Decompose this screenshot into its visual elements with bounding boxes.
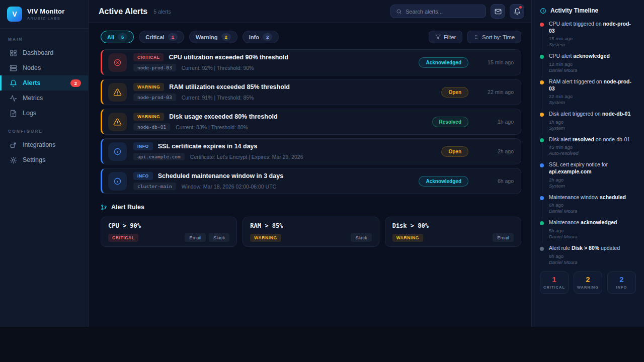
sidebar-item-nodes[interactable]: Nodes xyxy=(0,60,88,75)
tab-count-badge: 2 xyxy=(263,33,272,41)
alert-card[interactable]: WARNINGRAM utilization exceeded 85% thre… xyxy=(101,79,521,105)
main-column: Active Alerts 5 alerts All5Critical1Warn… xyxy=(89,0,531,327)
sidebar-item-dashboard[interactable]: Dashboard xyxy=(0,45,88,60)
timeline-entry: Maintenance acknowledged5h agoDaniel Mou… xyxy=(540,219,636,239)
mail-button[interactable] xyxy=(491,4,505,19)
timeline-actor: System xyxy=(549,125,636,131)
alert-detail: Current: 83% | Threshold: 80% xyxy=(176,124,248,130)
tab-count-badge: 5 xyxy=(118,33,127,41)
alert-severity-iconbox xyxy=(108,53,127,72)
status-badge[interactable]: Acknowledged xyxy=(419,57,468,68)
rule-expression: RAM > 85% xyxy=(250,222,371,229)
tab-info[interactable]: Info2 xyxy=(243,31,279,43)
sidebar-item-integrations[interactable]: Integrations xyxy=(0,137,88,152)
timeline-dot xyxy=(540,196,544,200)
alert-card[interactable]: INFOScheduled maintenance window in 3 da… xyxy=(101,168,521,194)
timeline-actor: Daniel Moura xyxy=(549,234,636,239)
page-title: Active Alerts xyxy=(99,7,147,16)
alert-card[interactable]: INFOSSL certificate expires in 14 daysap… xyxy=(101,138,521,164)
timeline-text-post: updated xyxy=(599,245,620,251)
status-badge[interactable]: Open xyxy=(441,87,468,98)
server-icon xyxy=(10,64,17,72)
timeline-text-pre: Disk alert xyxy=(549,136,573,142)
timeline-entry: CPU alert acknowledged12 min agoDaniel M… xyxy=(540,53,636,73)
rule-card[interactable]: CPU > 90%CRITICALEmailSlack xyxy=(101,217,237,247)
timeline-entry: Alert rule Disk > 80% updated8h agoDanie… xyxy=(540,245,636,265)
timeline-text-pre: CPU alert triggered on xyxy=(549,21,603,27)
timeline-text-pre: Maintenance xyxy=(549,219,581,225)
notifications-button[interactable] xyxy=(510,4,524,19)
alert-rules-header: Alert Rules xyxy=(101,204,521,211)
app-window: V VIV Monitor ANUBIZ LABS MAINDashboardN… xyxy=(0,0,644,327)
sort-button[interactable]: Sort by: Time xyxy=(467,31,521,43)
summary-box-warning: 2WARNING xyxy=(574,272,602,294)
alert-card[interactable]: WARNINGDisk usage exceeded 80% threshold… xyxy=(101,109,521,135)
severity-summary-row: 1CRITICAL2WARNING2INFO xyxy=(540,272,636,294)
alert-title-row: WARNINGRAM utilization exceeded 85% thre… xyxy=(133,83,441,91)
branch-icon xyxy=(101,204,107,211)
node-chip: cluster-main xyxy=(133,183,176,190)
status-badge[interactable]: Resolved xyxy=(432,117,468,127)
alert-right: Resolved1h ago xyxy=(432,117,514,127)
alert-timestamp: 15 min ago xyxy=(474,59,514,65)
tab-all[interactable]: All5 xyxy=(101,31,134,43)
timeline-header: Activity Timeline xyxy=(540,7,636,14)
timeline-dot xyxy=(540,163,544,167)
app-name: VIV Monitor xyxy=(27,8,64,15)
timeline-actor: System xyxy=(549,183,636,189)
sidebar-item-logs[interactable]: Logs xyxy=(0,106,88,121)
tab-critical[interactable]: Critical1 xyxy=(139,31,184,43)
tab-warning[interactable]: Warning2 xyxy=(189,31,237,43)
node-chip: node-db-01 xyxy=(133,123,170,131)
filter-button[interactable]: Filter xyxy=(429,31,462,43)
timeline-dot xyxy=(540,80,544,84)
alert-severity-iconbox xyxy=(108,113,127,131)
sidebar-item-metrics[interactable]: Metrics xyxy=(0,90,88,106)
timeline-text-bold: acknowledged xyxy=(581,219,617,225)
sidebar-item-label: Nodes xyxy=(23,64,41,71)
rule-card[interactable]: Disk > 80%WARNINGEmail xyxy=(385,217,521,247)
alert-body: INFOSSL certificate expires in 14 daysap… xyxy=(133,142,441,160)
channel-chip: Slack xyxy=(209,233,229,242)
rule-meta-row: CRITICALEmailSlack xyxy=(108,233,229,242)
alert-rules-grid: CPU > 90%CRITICALEmailSlackRAM > 85%WARN… xyxy=(101,217,521,247)
alert-meta-row: cluster-mainWindow: Mar 18, 2026 02:00-0… xyxy=(133,183,419,190)
alert-right: Acknowledged6h ago xyxy=(419,176,514,187)
tab-label: Warning xyxy=(196,34,218,40)
rule-card[interactable]: RAM > 85%WARNINGSlack xyxy=(243,217,379,247)
sidebar-item-settings[interactable]: Settings xyxy=(0,152,88,167)
clock-icon xyxy=(540,8,546,14)
timeline-entry: CPU alert triggered on node-prod-0315 mi… xyxy=(540,21,636,47)
timeline-entry: Disk alert triggered on node-db-011h ago… xyxy=(540,111,636,131)
x-circle-icon xyxy=(113,58,122,67)
nav-section-label: MAIN xyxy=(8,37,80,42)
alert-right: Open22 min ago xyxy=(441,87,514,98)
timeline-dot xyxy=(540,113,544,117)
summary-box-info: 2INFO xyxy=(607,272,636,294)
alert-title-row: INFOSSL certificate expires in 14 days xyxy=(133,142,441,150)
timeline-text-bold: Disk > 80% xyxy=(572,245,599,251)
status-badge[interactable]: Acknowledged xyxy=(419,176,468,187)
summary-count: 2 xyxy=(619,276,623,283)
notification-dot xyxy=(519,6,522,9)
timeline-text-bold: resolved xyxy=(573,136,594,142)
search-box[interactable] xyxy=(390,5,486,18)
status-badge[interactable]: Open xyxy=(441,146,468,157)
alert-card[interactable]: CRITICALCPU utilization exceeded 90% thr… xyxy=(101,49,521,75)
timeline-text: CPU alert triggered on node-prod-03 xyxy=(549,21,636,34)
pulse-icon xyxy=(10,95,17,102)
sidebar: V VIV Monitor ANUBIZ LABS MAINDashboardN… xyxy=(0,0,89,327)
severity-badge: WARNING xyxy=(133,83,164,91)
alert-body: WARNINGRAM utilization exceeded 85% thre… xyxy=(133,83,441,101)
search-input[interactable] xyxy=(406,9,480,15)
alert-detail: Window: Mar 18, 2026 02:00-06:00 UTC xyxy=(182,184,277,190)
alert-timestamp: 22 min ago xyxy=(474,89,514,95)
alert-meta-row: node-prod-03Current: 91% | Threshold: 85… xyxy=(133,94,441,101)
timeline-text-pre: Maintenance window xyxy=(549,194,600,200)
triangle-alert-icon xyxy=(113,118,122,126)
blocks-icon xyxy=(10,141,17,149)
tab-label: All xyxy=(107,34,114,40)
alert-title: SSL certificate expires in 14 days xyxy=(158,143,258,150)
sidebar-item-alerts[interactable]: Alerts2 xyxy=(0,75,88,90)
timeline-text-pre: Alert rule xyxy=(549,245,572,251)
